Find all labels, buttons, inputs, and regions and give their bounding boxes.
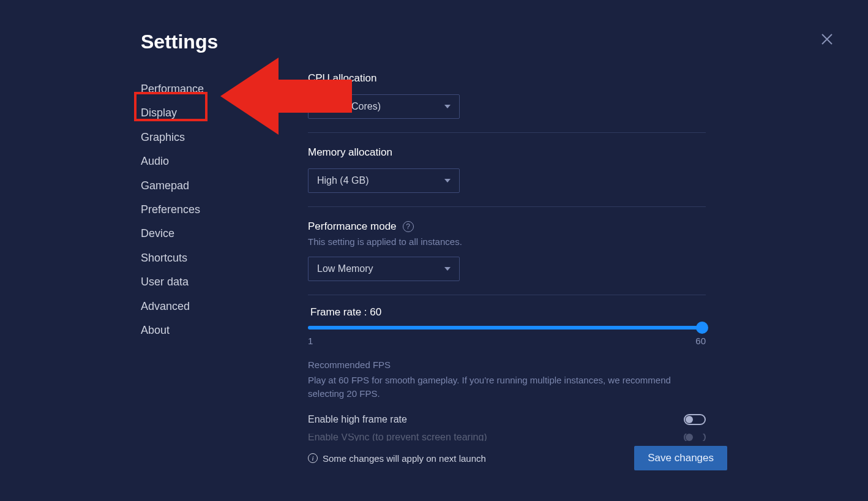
- sidebar-item-user-data[interactable]: User data: [141, 270, 245, 294]
- info-icon: i: [308, 453, 318, 463]
- high-fps-label: Enable high frame rate: [308, 414, 407, 425]
- info-note: i Some changes will apply on next launch: [308, 453, 486, 464]
- memory-select[interactable]: High (4 GB): [308, 168, 460, 193]
- sidebar-item-gamepad[interactable]: Gamepad: [141, 174, 245, 198]
- chevron-down-icon: [444, 105, 451, 108]
- section-cpu: CPU allocation High (4 Cores): [308, 72, 706, 133]
- high-fps-toggle[interactable]: [684, 414, 706, 425]
- info-note-text: Some changes will apply on next launch: [323, 453, 486, 464]
- vsync-label: Enable VSync (to prevent screen tearing): [308, 434, 487, 441]
- help-icon[interactable]: ?: [403, 221, 414, 232]
- vsync-toggle[interactable]: [684, 434, 706, 441]
- perfmode-select-value: Low Memory: [317, 263, 373, 274]
- perfmode-label: Performance mode: [308, 220, 397, 233]
- toggle-row-high-fps: Enable high frame rate: [308, 414, 706, 425]
- sidebar-item-device[interactable]: Device: [141, 222, 245, 246]
- sidebar-item-shortcuts[interactable]: Shortcuts: [141, 246, 245, 270]
- perfmode-select[interactable]: Low Memory: [308, 257, 460, 281]
- slider-thumb[interactable]: [696, 322, 708, 334]
- cpu-select[interactable]: High (4 Cores): [308, 94, 460, 119]
- close-button[interactable]: [820, 32, 834, 47]
- sidebar-item-display[interactable]: Display: [141, 101, 245, 125]
- section-memory: Memory allocation High (4 GB): [308, 146, 706, 207]
- recommended-fps-title: Recommended FPS: [308, 360, 706, 370]
- section-frame-rate: Frame rate : 60 1 60 Recommended FPS Pla…: [308, 306, 706, 454]
- sidebar-item-audio[interactable]: Audio: [141, 149, 245, 173]
- chevron-down-icon: [444, 267, 451, 271]
- page-title: Settings: [141, 31, 218, 53]
- frame-rate-min: 1: [308, 336, 313, 346]
- section-performance-mode: Performance mode ? This setting is appli…: [308, 220, 706, 295]
- frame-rate-slider[interactable]: [308, 326, 706, 330]
- recommended-fps-text: Play at 60 FPS for smooth gameplay. If y…: [308, 374, 706, 401]
- sidebar-item-about[interactable]: About: [141, 318, 245, 342]
- bottom-bar: i Some changes will apply on next launch…: [308, 446, 727, 470]
- frame-rate-label-prefix: Frame rate :: [310, 306, 370, 318]
- frame-rate-label: Frame rate : 60: [310, 306, 706, 318]
- toggle-knob: [686, 434, 693, 441]
- memory-select-value: High (4 GB): [317, 175, 369, 186]
- toggle-row-vsync: Enable VSync (to prevent screen tearing): [308, 434, 706, 441]
- sidebar-item-performance[interactable]: Performance: [141, 77, 245, 101]
- frame-rate-value: 60: [370, 306, 381, 318]
- cpu-label: CPU allocation: [308, 72, 706, 85]
- sidebar-item-advanced[interactable]: Advanced: [141, 295, 245, 318]
- sidebar-item-graphics[interactable]: Graphics: [141, 126, 245, 149]
- chevron-down-icon: [444, 179, 451, 183]
- perfmode-sub: This setting is applied to all instances…: [308, 236, 706, 247]
- close-icon: [820, 32, 834, 47]
- memory-label: Memory allocation: [308, 146, 706, 159]
- settings-content: CPU allocation High (4 Cores) Memory all…: [308, 72, 706, 468]
- sidebar-item-preferences[interactable]: Preferences: [141, 198, 245, 222]
- frame-rate-max: 60: [695, 336, 706, 346]
- sidebar: Performance Display Graphics Audio Gamep…: [141, 77, 245, 342]
- toggle-knob: [686, 416, 693, 423]
- cpu-select-value: High (4 Cores): [317, 101, 381, 112]
- save-changes-button[interactable]: Save changes: [634, 446, 727, 470]
